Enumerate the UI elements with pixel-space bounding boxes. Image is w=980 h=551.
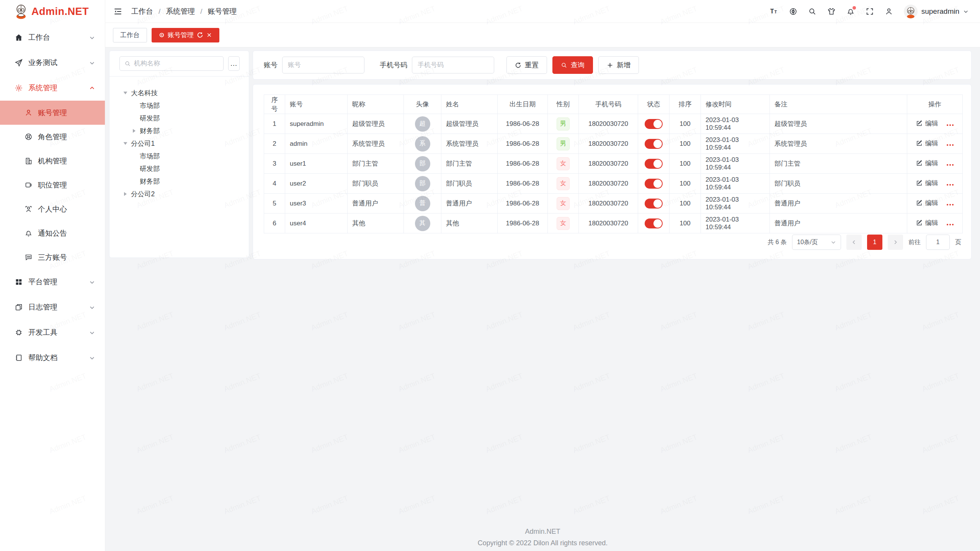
- next-page-button[interactable]: [888, 235, 903, 250]
- footer-title: Admin.NET: [105, 528, 980, 536]
- language-icon[interactable]: [789, 7, 797, 16]
- more-actions-icon[interactable]: [947, 124, 954, 126]
- page-size-select[interactable]: 10条/页: [792, 235, 841, 250]
- tree-node[interactable]: 市场部: [109, 150, 249, 162]
- avatar: 其: [415, 216, 430, 231]
- col-gender: 性别: [548, 95, 579, 114]
- chevron-down-icon: [831, 240, 836, 245]
- status-toggle[interactable]: [645, 218, 663, 228]
- status-toggle[interactable]: [645, 159, 663, 169]
- sidebar-item-workbench[interactable]: 工作台: [0, 25, 105, 50]
- tree-node[interactable]: 财务部: [109, 124, 249, 137]
- tree-node[interactable]: 市场部: [109, 99, 249, 112]
- close-icon[interactable]: [206, 32, 212, 38]
- app-logo[interactable]: Admin.NET: [0, 0, 105, 23]
- search-icon[interactable]: [808, 7, 817, 16]
- status-toggle[interactable]: [645, 139, 663, 149]
- query-button[interactable]: 查询: [552, 56, 593, 74]
- edit-button[interactable]: 编辑: [916, 159, 938, 168]
- more-actions-icon[interactable]: [947, 184, 954, 186]
- sidebar-item-notice[interactable]: 通知公告: [0, 221, 105, 245]
- page-number-1[interactable]: 1: [867, 235, 882, 250]
- sidebar-item-platform-management[interactable]: 平台管理: [0, 269, 105, 295]
- table-row: 2 admin 系统管理员 系 系统管理员 1986-06-28 男 18020…: [264, 134, 963, 154]
- tree-node[interactable]: 大名科技: [109, 86, 249, 99]
- sidebar-menu: 工作台 业务测试 系统管理: [0, 23, 105, 370]
- top-header: 工作台 / 系统管理 / 账号管理 TT: [105, 0, 980, 23]
- avatar: 部: [415, 156, 430, 171]
- account-table-panel: 序号 账号 昵称 头像 姓名 出生日期 性别 手机号码 状态 排序 修改时间 备…: [253, 84, 972, 259]
- org-search-input[interactable]: [134, 60, 219, 67]
- prev-page-button[interactable]: [846, 235, 862, 250]
- add-button[interactable]: 新增: [598, 56, 639, 74]
- phone-label: 手机号码: [380, 60, 407, 70]
- breadcrumb-item[interactable]: 系统管理: [166, 7, 195, 16]
- more-actions-icon[interactable]: [947, 144, 954, 146]
- bell-icon: [24, 229, 33, 237]
- org-more-button[interactable]: ...: [228, 56, 240, 71]
- more-actions-icon[interactable]: [947, 224, 954, 225]
- phone-input[interactable]: [412, 57, 494, 73]
- breadcrumb-item[interactable]: 账号管理: [208, 7, 237, 16]
- table-header-row: 序号 账号 昵称 头像 姓名 出生日期 性别 手机号码 状态 排序 修改时间 备…: [264, 95, 963, 114]
- font-size-icon[interactable]: TT: [770, 7, 778, 16]
- collapse-menu-icon[interactable]: [113, 7, 123, 16]
- more-actions-icon[interactable]: [947, 164, 954, 166]
- edit-button[interactable]: 编辑: [916, 119, 938, 128]
- sidebar-item-log-management[interactable]: 日志管理: [0, 295, 105, 320]
- sidebar-item-third-party-account[interactable]: 三方账号: [0, 245, 105, 269]
- notification-bell-icon[interactable]: [846, 7, 855, 16]
- status-toggle[interactable]: [645, 199, 663, 209]
- sidebar-item-position-management[interactable]: 职位管理: [0, 173, 105, 197]
- theme-skin-icon[interactable]: [827, 7, 836, 16]
- sidebar-item-business-test[interactable]: 业务测试: [0, 50, 105, 75]
- col-avatar: 头像: [404, 95, 441, 114]
- caret-collapsed-icon[interactable]: [131, 128, 137, 134]
- account-input[interactable]: [282, 57, 364, 73]
- caret-collapsed-icon[interactable]: [122, 191, 128, 197]
- chevron-down-icon: [89, 355, 95, 361]
- tree-node[interactable]: 财务部: [109, 175, 249, 187]
- edit-button[interactable]: 编辑: [916, 199, 938, 207]
- org-search-box: [119, 56, 224, 71]
- sidebar-item-personal-center[interactable]: 个人中心: [0, 197, 105, 221]
- sidebar-item-role-management[interactable]: 角色管理: [0, 125, 105, 149]
- search-icon: [561, 62, 567, 68]
- gender-badge: 女: [557, 217, 570, 230]
- tab-account-management[interactable]: 账号管理: [152, 28, 219, 42]
- edit-button[interactable]: 编辑: [916, 218, 938, 227]
- col-remark: 备注: [770, 95, 907, 114]
- reset-button[interactable]: 重置: [506, 56, 547, 74]
- table-row: 6 user4 其他 其 其他 1986-06-28 女 18020030720…: [264, 214, 963, 233]
- user-icon[interactable]: [885, 7, 893, 16]
- status-toggle[interactable]: [645, 119, 663, 129]
- goto-page-input[interactable]: [926, 235, 950, 250]
- sidebar-item-dev-tools[interactable]: 开发工具: [0, 320, 105, 345]
- table-row: 1 superadmin 超级管理员 超 超级管理员 1986-06-28 男 …: [264, 114, 963, 134]
- main-content: ... 大名科技 市场部 研发部 财务部 分公司1: [105, 47, 980, 551]
- tree-node[interactable]: 分公司1: [109, 137, 249, 150]
- more-actions-icon[interactable]: [947, 204, 954, 205]
- avatar: 系: [415, 136, 430, 152]
- table-row: 5 user3 普通用户 普 普通用户 1986-06-28 女 1802003…: [264, 194, 963, 214]
- sidebar-item-account-management[interactable]: 账号管理: [0, 101, 105, 125]
- breadcrumb-item[interactable]: 工作台: [131, 7, 153, 16]
- caret-expanded-icon[interactable]: [122, 140, 128, 147]
- fullscreen-icon[interactable]: [866, 7, 874, 16]
- status-toggle[interactable]: [645, 179, 663, 189]
- sidebar-item-help-docs[interactable]: 帮助文档: [0, 345, 105, 370]
- edit-button[interactable]: 编辑: [916, 139, 938, 148]
- tab-workbench[interactable]: 工作台: [113, 28, 147, 42]
- sidebar-item-org-management[interactable]: 机构管理: [0, 149, 105, 173]
- chevron-down-icon: [89, 279, 95, 285]
- caret-expanded-icon[interactable]: [122, 90, 128, 96]
- user-menu[interactable]: superadmin: [904, 5, 969, 18]
- tree-node[interactable]: 分公司2: [109, 187, 249, 200]
- refresh-icon[interactable]: [197, 32, 203, 38]
- goto-suffix: 页: [955, 238, 961, 246]
- edit-button[interactable]: 编辑: [916, 179, 938, 187]
- tree-node[interactable]: 研发部: [109, 112, 249, 124]
- sidebar-item-system-management[interactable]: 系统管理: [0, 75, 105, 101]
- tree-node[interactable]: 研发部: [109, 162, 249, 175]
- logo-monk-icon: [15, 4, 28, 19]
